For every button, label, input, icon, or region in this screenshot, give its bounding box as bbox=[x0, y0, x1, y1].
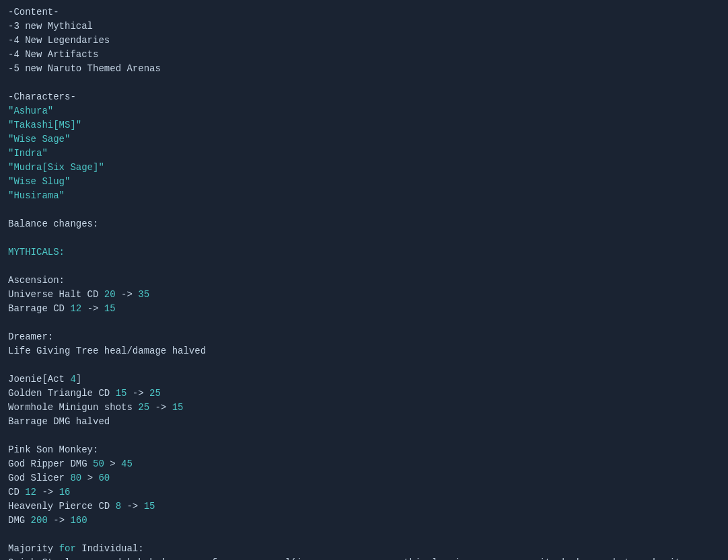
main-content: -Content--3 new Mythical-4 New Legendari… bbox=[8, 5, 720, 560]
content-line: Pink Son Monkey: bbox=[8, 443, 720, 457]
content-line bbox=[8, 76, 720, 90]
content-line bbox=[8, 231, 720, 245]
content-line: -Content- bbox=[8, 5, 720, 19]
content-line: "Ashura" bbox=[8, 104, 720, 118]
content-line: Majority for Individual: bbox=[8, 542, 720, 556]
content-line: God Slicer 80 > 60 bbox=[8, 471, 720, 485]
content-line: Joenie[Act 4] bbox=[8, 372, 720, 387]
content-line: Golden Triangle CD 15 -> 25 bbox=[8, 387, 720, 401]
content-line: "Wise Sage" bbox=[8, 132, 720, 147]
content-line bbox=[8, 429, 720, 443]
content-line bbox=[8, 528, 720, 542]
content-line bbox=[8, 316, 720, 330]
content-line bbox=[8, 358, 720, 372]
content-line: Dreamer: bbox=[8, 330, 720, 344]
content-line: "Mudra[Six Sage]" bbox=[8, 161, 720, 175]
content-line: "Takashi[MS]" bbox=[8, 118, 720, 132]
content-line: Barrage CD 12 -> 15 bbox=[8, 302, 720, 316]
content-line: -5 new Naruto Themed Arenas bbox=[8, 62, 720, 76]
content-line: DMG 200 -> 160 bbox=[8, 514, 720, 528]
content-line: -4 New Legendaries bbox=[8, 34, 720, 48]
content-line: Wormhole Minigun shots 25 -> 15 bbox=[8, 401, 720, 415]
content-line: -Characters- bbox=[8, 90, 720, 104]
content-line: Life Giving Tree heal/damage halved bbox=[8, 344, 720, 358]
content-line bbox=[8, 203, 720, 217]
content-line: Ascension: bbox=[8, 274, 720, 288]
content-line: "Indra" bbox=[8, 147, 720, 161]
content-line: Quirk Steal: removed kubaku's moves from… bbox=[8, 556, 720, 560]
content-line bbox=[8, 259, 720, 274]
content-line: Balance changes: bbox=[8, 217, 720, 231]
content-line: -3 new Mythical bbox=[8, 19, 720, 34]
content-line: CD 12 -> 16 bbox=[8, 485, 720, 499]
content-line: God Ripper DMG 50 > 45 bbox=[8, 457, 720, 471]
content-line: Barrage DMG halved bbox=[8, 415, 720, 429]
content-line: Heavenly Pierce CD 8 -> 15 bbox=[8, 499, 720, 514]
content-line: Universe Halt CD 20 -> 35 bbox=[8, 288, 720, 302]
content-line: MYTHICALS: bbox=[8, 245, 720, 259]
content-line: "Husirama" bbox=[8, 189, 720, 203]
content-line: "Wise Slug" bbox=[8, 175, 720, 189]
content-line: -4 New Artifacts bbox=[8, 48, 720, 62]
